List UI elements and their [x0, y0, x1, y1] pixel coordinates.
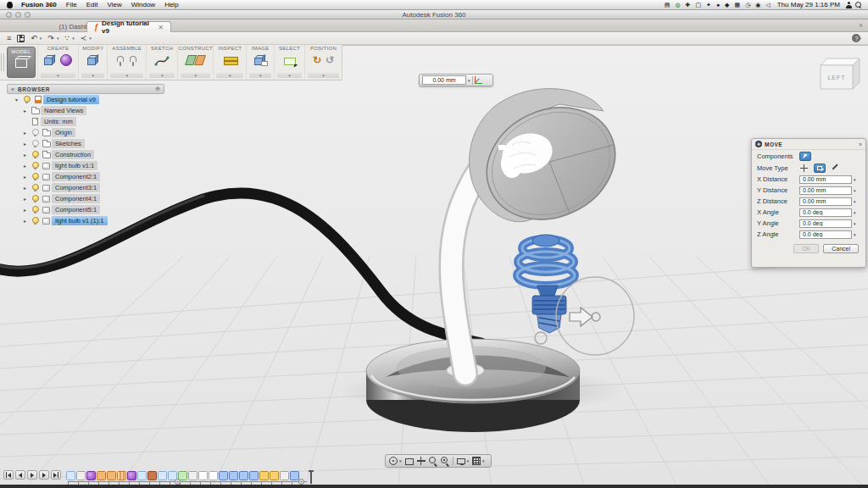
grid-dropdown-icon[interactable]: ▾: [482, 458, 485, 463]
revolve-feature-icon[interactable]: [127, 471, 136, 480]
display-settings-icon[interactable]: [457, 458, 465, 464]
visibility-bulb-icon[interactable]: [32, 184, 38, 191]
save-icon[interactable]: [17, 35, 25, 42]
z-angle-input[interactable]: [799, 230, 852, 239]
y-angle-input[interactable]: [799, 219, 852, 228]
component-feature-icon[interactable]: [229, 471, 238, 480]
zoom-icon[interactable]: [429, 457, 437, 465]
share-icon[interactable]: ≺: [81, 35, 87, 42]
disclosure-expanded-icon[interactable]: ▾: [12, 97, 21, 103]
hamburger-menu-icon[interactable]: ≡: [7, 35, 11, 42]
profile-feature-icon[interactable]: [107, 471, 116, 480]
tree-row-component[interactable]: ▸ light bulb v1:1: [7, 160, 164, 171]
viewcube[interactable]: LEFT: [814, 54, 863, 97]
undo-icon[interactable]: ↶: [31, 35, 37, 42]
tree-row-root[interactable]: ▾ Design tutorial v9: [7, 94, 164, 105]
browser-filter-icon[interactable]: ⊖: [155, 86, 160, 92]
collapse-panel-chevron-icon[interactable]: ∧: [859, 22, 863, 29]
volume-icon[interactable]: ◁: [765, 2, 770, 8]
menubar-clock[interactable]: Thu May 29 1:16 PM: [777, 1, 840, 8]
new-component-icon[interactable]: [116, 55, 125, 66]
version-dropdown-icon[interactable]: ▾: [72, 36, 75, 41]
screenshot-icon[interactable]: ▢: [695, 2, 701, 8]
step-forward-button[interactable]: [27, 470, 37, 480]
menu-edit[interactable]: Edit: [86, 1, 98, 8]
fit-icon[interactable]: [441, 457, 449, 465]
look-at-icon[interactable]: [405, 458, 414, 465]
disclosure-collapsed-icon[interactable]: ▸: [20, 141, 30, 147]
components-select-button[interactable]: [799, 152, 811, 161]
redo-dropdown-icon[interactable]: ▾: [57, 36, 59, 41]
timeline-playhead[interactable]: [310, 470, 312, 484]
browser-header[interactable]: « BROWSER ⊖: [7, 84, 164, 94]
doc-feature-icon[interactable]: [209, 471, 218, 480]
sketch-feature-icon[interactable]: [158, 471, 167, 480]
position-dropdown[interactable]: ▾: [308, 73, 339, 78]
component-feature-icon[interactable]: [249, 471, 259, 480]
display-dropdown-icon[interactable]: ▾: [467, 458, 470, 463]
fast-user-switch-icon[interactable]: [845, 2, 852, 8]
visibility-bulb-icon[interactable]: [32, 195, 38, 202]
move-arrow-handle[interactable]: [570, 308, 593, 326]
move-type-component-button[interactable]: [814, 164, 826, 173]
field-dropdown-icon[interactable]: ▾: [854, 232, 856, 237]
measure-icon[interactable]: [224, 56, 236, 65]
x-distance-input[interactable]: [799, 175, 852, 184]
field-dropdown-icon[interactable]: ▾: [854, 199, 856, 204]
timeline-marker-icon[interactable]: +: [175, 479, 181, 485]
body-feature-icon[interactable]: [188, 471, 198, 480]
disclosure-collapsed-icon[interactable]: ▸: [20, 207, 30, 213]
orbit-dropdown-icon[interactable]: ▾: [399, 458, 402, 463]
undo-dropdown-icon[interactable]: ▾: [40, 36, 42, 41]
visibility-bulb-off-icon[interactable]: [32, 129, 38, 136]
tab-close-icon[interactable]: ✕: [158, 24, 164, 31]
attached-canvas-icon[interactable]: [254, 54, 266, 66]
create-dropdown[interactable]: ▾: [41, 73, 76, 78]
toolbar-grip[interactable]: [1, 53, 4, 71]
viewcube-face-label[interactable]: LEFT: [827, 75, 845, 80]
help-dropdown-icon[interactable]: ▾: [859, 36, 861, 41]
disclosure-collapsed-icon[interactable]: ▸: [20, 218, 30, 224]
press-pull-icon[interactable]: [87, 54, 99, 66]
revert-position-icon[interactable]: ↺: [326, 55, 334, 65]
x-angle-input[interactable]: [799, 208, 852, 217]
display-mirror-icon[interactable]: ▤: [665, 2, 670, 8]
visibility-bulb-icon[interactable]: [24, 96, 30, 103]
component-feature-icon[interactable]: [219, 471, 228, 480]
field-dropdown-icon[interactable]: ▾: [854, 177, 856, 182]
play-button[interactable]: [39, 470, 49, 480]
y-distance-input[interactable]: [799, 186, 852, 195]
body-feature-icon[interactable]: [280, 471, 289, 480]
component-feature-icon[interactable]: [239, 471, 248, 480]
pattern-feature-icon[interactable]: [117, 471, 126, 480]
visibility-bulb-icon[interactable]: [32, 206, 38, 214]
appearance-feature-icon[interactable]: [147, 471, 157, 480]
disclosure-collapsed-icon[interactable]: ▸: [20, 185, 30, 191]
component-feature-icon[interactable]: [290, 471, 299, 480]
capture-position-icon[interactable]: ↻: [313, 55, 321, 65]
ok-button[interactable]: OK: [793, 244, 819, 253]
notification-icon[interactable]: ✚: [686, 2, 691, 8]
step-back-button[interactable]: [15, 470, 25, 480]
window-titlebar[interactable]: Autodesk Fusion 360: [0, 10, 868, 19]
lamp-shade[interactable]: [469, 87, 634, 240]
cancel-button[interactable]: Cancel: [823, 244, 859, 253]
world-green-icon[interactable]: ◍: [675, 2, 680, 8]
binoculars-icon[interactable]: ◆: [725, 2, 729, 8]
tree-row-component[interactable]: ▸ Component3:1: [7, 182, 164, 193]
capture-feature-icon[interactable]: [270, 471, 279, 480]
disclosure-collapsed-icon[interactable]: ▸: [20, 174, 30, 180]
disclosure-collapsed-icon[interactable]: ▸: [20, 152, 30, 158]
visibility-bulb-icon[interactable]: [32, 173, 38, 180]
version-history-icon[interactable]: ∵: [64, 35, 70, 42]
visibility-bulb-off-icon[interactable]: [32, 140, 38, 147]
sketch-dropdown[interactable]: ▾: [149, 73, 175, 78]
menu-help[interactable]: Help: [164, 1, 178, 8]
grid-settings-icon[interactable]: [472, 457, 481, 465]
field-dropdown-icon[interactable]: ▾: [854, 210, 856, 215]
move-dialog-header[interactable]: ✥ MOVE »: [752, 139, 865, 150]
measure-value-input[interactable]: [422, 75, 466, 85]
disclosure-collapsed-icon[interactable]: ▸: [20, 130, 30, 136]
inspect-dropdown[interactable]: ▾: [216, 73, 243, 78]
profile-feature-icon[interactable]: [97, 471, 106, 480]
